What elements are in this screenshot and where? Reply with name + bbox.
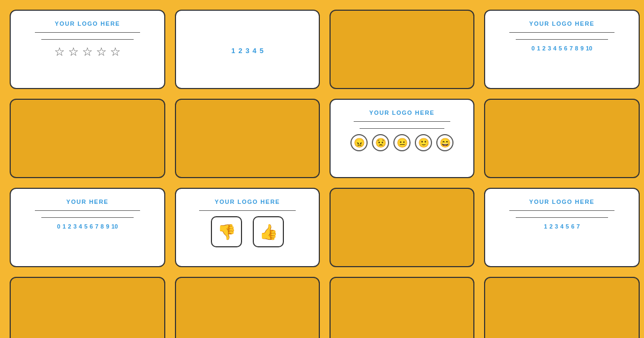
divider-thumbs — [199, 210, 296, 211]
divider-right-3 — [509, 210, 615, 211]
logo-text-thumbs: YOUR LOGO HERE — [215, 199, 280, 205]
divider-right-3b — [516, 217, 608, 218]
card-stars: YOUR LOGO HERE ☆ ☆ ☆ ☆ ☆ — [10, 10, 165, 89]
card-yellow-2-2 — [175, 99, 320, 178]
star-1: ☆ — [54, 45, 65, 59]
thumbs-up-box: 👍 — [253, 216, 284, 247]
divider-emoji2 — [360, 128, 444, 129]
emoji-faces-row: 😠 😟 😐 🙂 😄 — [350, 134, 453, 151]
card-thumbs: YOUR LOGO HERE 👎 👍 — [175, 188, 320, 267]
divider-right — [509, 32, 615, 33]
card-yellow-3-1 — [330, 10, 474, 89]
card-yellow-1 — [10, 99, 165, 178]
emoji-neutral: 😐 — [393, 134, 411, 151]
thumbs-down-box: 👎 — [211, 216, 242, 247]
card-yellow-2-4 — [175, 277, 320, 338]
star-2: ☆ — [68, 45, 79, 59]
divider-right2 — [516, 39, 608, 40]
thumbs-down-icon: 👎 — [217, 223, 236, 241]
card-yellow-3-3 — [330, 188, 474, 267]
divider-3 — [35, 210, 141, 211]
star-4: ☆ — [96, 45, 107, 59]
card-nps-right-2: YOUR LOGO HERE 1 2 3 4 5 6 7 — [484, 188, 640, 267]
emoji-happy: 🙂 — [415, 134, 432, 151]
divider-1b — [41, 39, 134, 40]
card-yellow-4-2 — [484, 99, 640, 178]
card-numbers-5: 1 2 3 4 5 — [175, 10, 320, 89]
card-yellow-4-4 — [484, 277, 640, 338]
emoji-sad: 😟 — [372, 134, 389, 151]
logo-text-right-2: YOUR LOGO HERE — [529, 199, 595, 205]
card-nps-1: YouR HeRE 0 1 2 3 4 5 6 7 8 9 10 — [10, 188, 165, 267]
card-yellow-4 — [10, 277, 165, 338]
emoji-very-happy: 😄 — [436, 134, 453, 151]
emoji-angry: 😠 — [350, 134, 368, 151]
logo-text-emoji: YOUR LOGO HERE — [369, 109, 435, 116]
numbers-row-right-2: 1 2 3 4 5 6 7 — [544, 223, 580, 230]
card-nps-right: YOUR LOGO HERE 0 1 2 3 4 5 6 7 8 9 10 — [484, 10, 640, 89]
logo-text-3: YouR HeRE — [67, 199, 109, 205]
card-yellow-3-4 — [330, 277, 474, 338]
logo-text-right: YOUR LOGO HERE — [529, 20, 595, 27]
stars-row: ☆ ☆ ☆ ☆ ☆ — [54, 45, 121, 59]
star-3: ☆ — [82, 45, 93, 59]
numbers-row-right: 0 1 2 3 4 5 6 7 8 9 10 — [531, 45, 592, 52]
main-grid: YOUR LOGO HERE ☆ ☆ ☆ ☆ ☆ YouR HeRE 0 1 2… — [0, 0, 644, 338]
thumbs-container: 👎 👍 — [211, 216, 284, 247]
card-emoji: YOUR LOGO HERE 😠 😟 😐 🙂 😄 — [330, 99, 474, 178]
divider-3b — [41, 217, 134, 218]
thumbs-up-icon: 👍 — [259, 223, 278, 241]
numbers-1-5: 1 2 3 4 5 — [231, 47, 264, 55]
divider-emoji — [354, 121, 451, 122]
logo-text-1: YOUR LOGO HERE — [55, 20, 120, 27]
numbers-row-3: 0 1 2 3 4 5 6 7 8 9 10 — [57, 223, 118, 230]
star-5: ☆ — [110, 45, 121, 59]
divider-1 — [35, 32, 141, 33]
